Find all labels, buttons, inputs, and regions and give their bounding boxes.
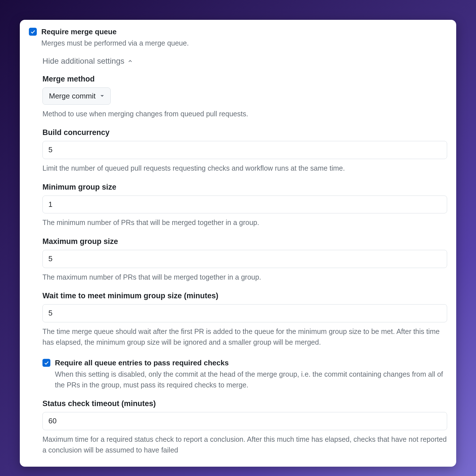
max-group-size-help: The maximum number of PRs that will be m… [42,272,447,283]
require-all-checks-title: Require all queue entries to pass requir… [55,358,447,368]
build-concurrency-help: Limit the number of queued pull requests… [42,163,447,174]
merge-method-label: Merge method [42,75,447,83]
build-concurrency-label: Build concurrency [42,128,447,137]
merge-method-dropdown[interactable]: Merge commit [42,87,111,105]
min-group-size-help: The minimum number of PRs that will be m… [42,217,447,228]
require-all-checks-content: Require all queue entries to pass requir… [55,358,447,390]
check-icon [44,360,49,366]
toggle-label: Hide additional settings [42,57,125,66]
check-icon [30,29,36,35]
status-timeout-label: Status check timeout (minutes) [42,399,447,408]
wait-time-help: The time merge queue should wait after t… [42,326,447,348]
status-timeout-input[interactable] [42,412,447,430]
status-timeout-help: Maximum time for a required status check… [42,434,447,455]
additional-settings: Hide additional settings Merge method Me… [42,57,447,455]
caret-down-icon [100,95,104,97]
require-merge-queue-content: Require merge queue Merges must be perfo… [41,27,447,49]
require-merge-queue-row: Require merge queue Merges must be perfo… [29,27,447,49]
require-all-checks-row: Require all queue entries to pass requir… [42,358,447,390]
require-merge-queue-description: Merges must be performed via a merge que… [41,38,447,49]
hide-additional-settings-toggle[interactable]: Hide additional settings [42,57,447,66]
max-group-size-label: Maximum group size [42,237,447,246]
merge-queue-settings-card: Require merge queue Merges must be perfo… [20,20,456,467]
min-group-size-input[interactable] [42,196,447,214]
merge-method-help: Method to use when merging changes from … [42,109,447,119]
wait-time-input[interactable] [42,304,447,322]
require-merge-queue-checkbox[interactable] [29,28,37,36]
merge-method-value: Merge commit [49,92,96,100]
require-all-checks-description: When this setting is disabled, only the … [55,369,447,390]
require-merge-queue-title: Require merge queue [41,27,447,37]
max-group-size-input[interactable] [42,250,447,268]
min-group-size-label: Minimum group size [42,183,447,192]
build-concurrency-input[interactable] [42,141,447,159]
chevron-up-icon [127,58,133,64]
require-all-checks-checkbox[interactable] [42,359,50,367]
wait-time-label: Wait time to meet minimum group size (mi… [42,291,447,300]
